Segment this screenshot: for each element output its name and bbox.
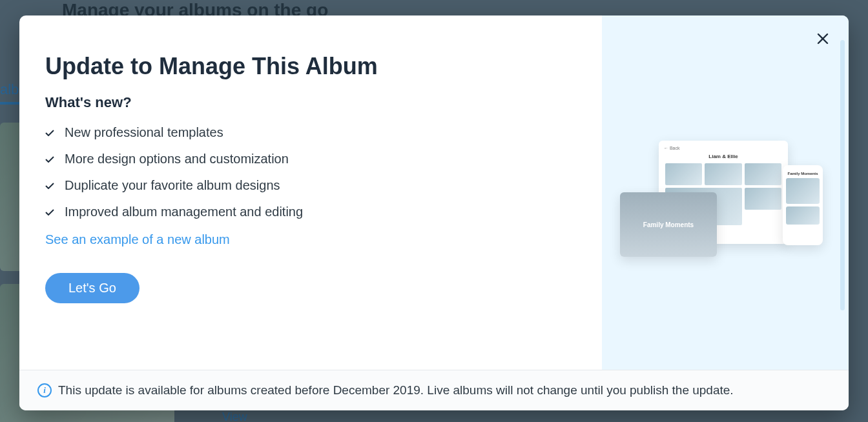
check-icon — [45, 156, 54, 163]
preview-back-label: ← Back — [664, 146, 680, 150]
preview-hero-card: Family Moments — [620, 192, 717, 257]
feature-item: New professional templates — [45, 125, 576, 140]
check-icon — [45, 183, 54, 189]
preview-grid-title: Liam & Ellie — [665, 154, 781, 159]
modal-right-panel: ← Back Liam & Ellie Family Moments Famil… — [602, 15, 849, 370]
feature-text: Improved album management and editing — [65, 205, 303, 219]
update-modal: Update to Manage This Album What's new? … — [19, 15, 849, 410]
feature-item: Improved album management and editing — [45, 205, 576, 219]
feature-list: New professional templates More design o… — [45, 125, 576, 219]
scrollbar[interactable] — [840, 40, 845, 310]
modal-body: Update to Manage This Album What's new? … — [19, 15, 849, 370]
check-icon — [45, 209, 54, 216]
preview-phone-card: Family Moments — [783, 165, 823, 245]
feature-item: More design options and customization — [45, 152, 576, 166]
preview-illustration: ← Back Liam & Ellie Family Moments Famil… — [620, 141, 819, 263]
feature-item: Duplicate your favorite album designs — [45, 178, 576, 193]
feature-text: More design options and customization — [65, 152, 289, 166]
info-icon: i — [37, 383, 52, 397]
close-button[interactable] — [814, 30, 832, 48]
preview-hero-label: Family Moments — [643, 221, 694, 228]
modal-title: Update to Manage This Album — [45, 53, 576, 80]
footer-notice: This update is available for albums crea… — [58, 383, 734, 397]
check-icon — [45, 130, 54, 136]
feature-text: Duplicate your favorite album designs — [65, 178, 280, 193]
example-link[interactable]: See an example of a new album — [45, 232, 230, 247]
close-icon — [817, 33, 829, 45]
preview-phone-title: Family Moments — [786, 172, 820, 176]
feature-text: New professional templates — [65, 125, 223, 140]
modal-footer: i This update is available for albums cr… — [19, 370, 849, 410]
lets-go-button[interactable]: Let's Go — [45, 273, 140, 303]
modal-left-panel: Update to Manage This Album What's new? … — [19, 15, 602, 370]
modal-subtitle: What's new? — [45, 94, 576, 111]
